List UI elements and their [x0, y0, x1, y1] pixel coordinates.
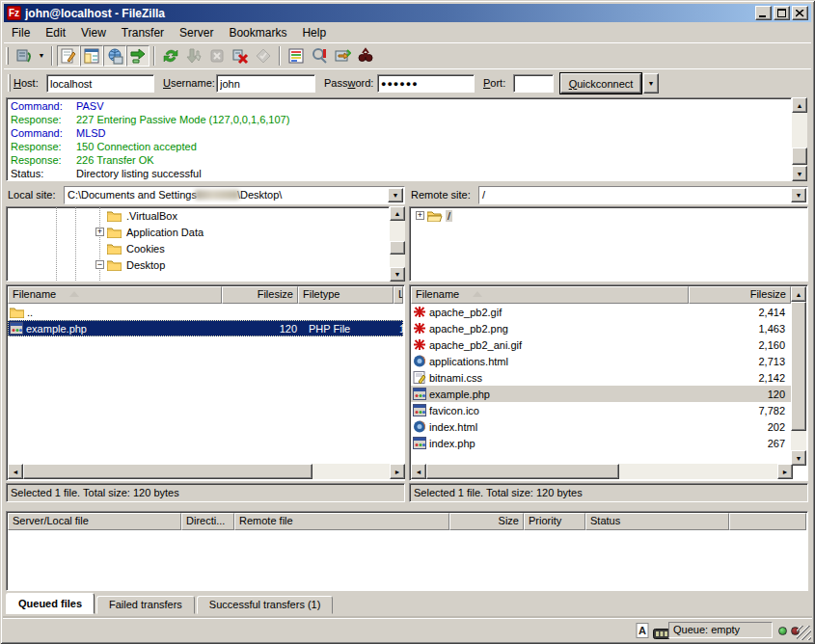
- username-input[interactable]: [216, 74, 315, 93]
- transfer-queue: Server/Local file Directi... Remote file…: [6, 511, 808, 591]
- column-header-filename[interactable]: Filename: [411, 286, 689, 304]
- close-button[interactable]: [792, 6, 808, 20]
- column-header-priority[interactable]: Priority: [524, 513, 585, 530]
- tab-queued-files[interactable]: Queued files: [6, 593, 95, 614]
- host-input[interactable]: [46, 74, 154, 93]
- scroll-up-button[interactable]: ▲: [390, 206, 405, 221]
- menu-bookmarks[interactable]: Bookmarks: [221, 25, 294, 40]
- file-row[interactable]: bitnami.css2,142: [411, 369, 793, 386]
- remote-vscrollbar[interactable]: ▲ ▼: [791, 286, 806, 466]
- remote-directory-tree: + /: [409, 206, 808, 282]
- password-label: Password:: [324, 77, 373, 89]
- file-row[interactable]: apache_pb2.png1,463: [411, 320, 793, 336]
- scroll-thumb[interactable]: [426, 464, 619, 479]
- password-input[interactable]: [377, 74, 475, 93]
- toggle-message-log-button[interactable]: [57, 45, 80, 67]
- collapse-icon[interactable]: −: [95, 260, 104, 269]
- scroll-left-button[interactable]: ◄: [411, 464, 426, 479]
- scroll-down-button[interactable]: ▼: [390, 267, 405, 282]
- image-file-icon: [413, 338, 426, 351]
- menu-edit[interactable]: Edit: [38, 25, 73, 40]
- menu-transfer[interactable]: Transfer: [114, 25, 172, 40]
- tree-item-desktop[interactable]: − Desktop: [7, 256, 389, 273]
- column-header-direction[interactable]: Directi...: [181, 513, 234, 530]
- remote-hscrollbar[interactable]: ◄ ►: [411, 464, 793, 479]
- process-queue-button[interactable]: [182, 45, 205, 67]
- toggle-transfer-queue-button[interactable]: [126, 45, 149, 67]
- tree-item-virtualbox[interactable]: .VirtualBox: [7, 207, 389, 224]
- quickbar-grip: [8, 74, 11, 92]
- local-tree-scrollbar[interactable]: ▲ ▼: [390, 206, 405, 282]
- expand-icon[interactable]: +: [95, 228, 104, 236]
- tab-failed-transfers[interactable]: Failed transfers: [96, 596, 195, 614]
- scroll-down-button[interactable]: ▼: [792, 166, 807, 181]
- local-hscrollbar[interactable]: ◄ ►: [8, 464, 405, 479]
- scroll-thumb[interactable]: [390, 241, 405, 255]
- scroll-up-button[interactable]: ▲: [792, 97, 807, 113]
- css-file-icon: [413, 371, 426, 384]
- find-files-button[interactable]: [354, 45, 377, 67]
- column-header-size[interactable]: Size: [449, 513, 524, 530]
- column-header-filetype[interactable]: Filetype: [298, 286, 394, 304]
- menu-file[interactable]: File: [4, 25, 38, 40]
- compare-directories-button[interactable]: [308, 45, 331, 67]
- resize-grip[interactable]: [797, 626, 811, 640]
- scroll-up-button[interactable]: ▲: [791, 286, 806, 302]
- column-header-lastmodified[interactable]: L: [394, 286, 403, 304]
- file-row[interactable]: apache_pb2_ani.gif2,160: [411, 336, 793, 353]
- scroll-left-button[interactable]: ◄: [8, 464, 23, 479]
- scroll-thumb[interactable]: [792, 148, 807, 165]
- scroll-right-button[interactable]: ►: [390, 464, 405, 479]
- combo-dropdown-button[interactable]: ▼: [388, 188, 403, 202]
- quickconnect-button[interactable]: Quickconnect: [560, 73, 641, 94]
- column-header-filesize[interactable]: Filesize: [689, 286, 791, 304]
- tree-item-cookies[interactable]: Cookies: [7, 240, 389, 256]
- menu-help[interactable]: Help: [294, 25, 334, 40]
- reconnect-button[interactable]: [252, 45, 275, 67]
- expand-icon[interactable]: +: [416, 211, 424, 220]
- column-header-filename[interactable]: Filename: [8, 286, 222, 304]
- file-row[interactable]: favicon.ico7,782: [411, 402, 793, 418]
- column-header-server-local-file[interactable]: Server/Local file: [8, 513, 181, 530]
- maximize-button[interactable]: [774, 6, 790, 20]
- remote-site-combobox[interactable]: / ▼: [478, 186, 808, 204]
- port-input[interactable]: [513, 74, 554, 93]
- tree-item-application-data[interactable]: + Application Data: [7, 224, 389, 240]
- file-row-selected[interactable]: example.php120: [411, 386, 793, 402]
- scroll-thumb[interactable]: [23, 464, 312, 479]
- refresh-button[interactable]: [159, 45, 182, 67]
- site-manager-button[interactable]: [13, 45, 36, 67]
- quickconnect-dropdown[interactable]: ▼: [643, 73, 659, 94]
- column-header-status[interactable]: Status: [585, 513, 729, 530]
- file-row-selected[interactable]: example.php 120 PHP File 1: [8, 320, 403, 336]
- tab-successful-transfers[interactable]: Successful transfers (1): [197, 596, 334, 614]
- combo-dropdown-button[interactable]: ▼: [791, 188, 806, 202]
- column-header-remote-file[interactable]: Remote file: [234, 513, 449, 530]
- directory-filters-button[interactable]: [285, 45, 308, 67]
- menu-server[interactable]: Server: [172, 25, 221, 40]
- toggle-local-tree-button[interactable]: [80, 45, 103, 67]
- file-row[interactable]: apache_pb2.gif2,414: [411, 304, 793, 320]
- toggle-remote-tree-button[interactable]: [103, 45, 126, 67]
- log-scrollbar[interactable]: ▲ ▼: [792, 97, 807, 181]
- redacted-username: [195, 190, 239, 200]
- file-row[interactable]: applications.html2,713: [411, 353, 793, 369]
- transfer-type-icon[interactable]: A: [636, 623, 650, 642]
- scroll-right-button[interactable]: ►: [777, 464, 793, 479]
- scroll-down-button[interactable]: ▼: [791, 450, 806, 466]
- minimize-button[interactable]: [755, 6, 772, 20]
- menu-view[interactable]: View: [73, 25, 114, 40]
- file-row[interactable]: index.html202: [411, 418, 793, 435]
- column-header-filesize[interactable]: Filesize: [222, 286, 298, 304]
- tree-item-root[interactable]: + /: [410, 207, 807, 224]
- scroll-thumb[interactable]: [791, 302, 806, 431]
- cancel-operation-button[interactable]: [205, 45, 229, 67]
- local-site-combobox[interactable]: C:\Documents and Settings\Desktop\ ▼: [64, 186, 405, 204]
- disconnect-button[interactable]: [229, 45, 252, 67]
- file-row-parent[interactable]: ..: [8, 304, 403, 320]
- synchronized-browsing-button[interactable]: [331, 45, 354, 67]
- log-line: Response:227 Entering Passive Mode (127,…: [7, 113, 791, 126]
- site-manager-dropdown[interactable]: ▼: [36, 45, 47, 67]
- file-row[interactable]: index.php267: [411, 435, 793, 451]
- local-directory-tree: .VirtualBox + Application Data Cookies −…: [6, 206, 390, 282]
